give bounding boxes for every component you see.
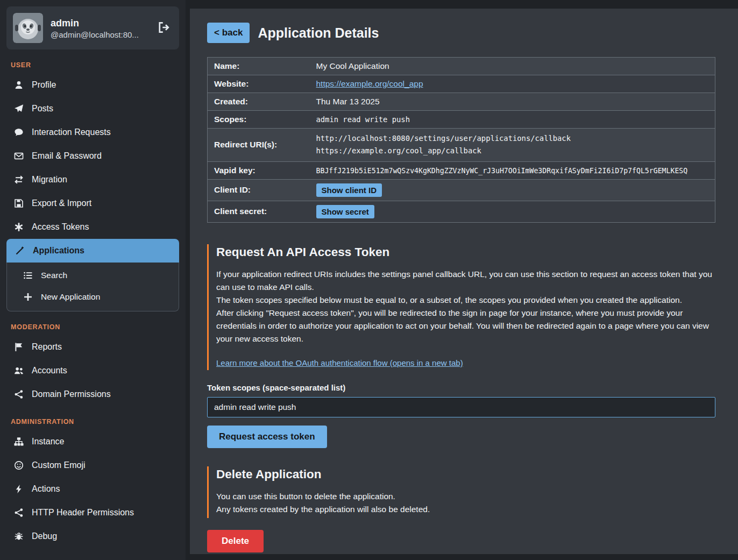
delete-button[interactable]: Delete xyxy=(207,530,264,552)
sidebar-item-access-tokens[interactable]: Access Tokens xyxy=(5,215,180,239)
user-name: admin xyxy=(51,17,139,30)
sidebar-item-new-application[interactable]: New Application xyxy=(7,286,179,308)
table-row-scopes: Scopes: admin read write push xyxy=(208,111,715,129)
sidebar-item-label: Profile xyxy=(32,79,56,91)
application-details-table: Name: My Cool Application Website: https… xyxy=(207,57,715,223)
sidebar-item-label: HTTP Header Permissions xyxy=(32,507,134,519)
bug-icon xyxy=(13,531,25,541)
sidebar-item-label: New Application xyxy=(41,291,100,303)
sidebar-item-instance[interactable]: Instance xyxy=(5,430,180,453)
exchange-icon xyxy=(13,175,25,185)
request-token-heading: Request An API Access Token xyxy=(216,245,715,259)
delete-heading: Delete Application xyxy=(216,467,715,481)
row-label: Scopes: xyxy=(208,111,310,129)
sidebar-item-label: Migration xyxy=(32,174,67,186)
sidebar-item-http-header-permissions[interactable]: HTTP Header Permissions xyxy=(5,501,180,524)
sidebar-item-label: Custom Emoji xyxy=(32,459,86,471)
sidebar-item-interaction-requests[interactable]: Interaction Requests xyxy=(5,120,180,144)
sidebar-item-posts[interactable]: Posts xyxy=(5,97,180,120)
token-scopes-input[interactable] xyxy=(207,397,715,417)
redirect-uri-1: http://localhost:8080/settings/user/appl… xyxy=(316,132,709,145)
sidebar-item-label: Applications xyxy=(33,245,84,257)
plus-icon xyxy=(22,292,34,302)
row-label: Website: xyxy=(208,75,310,93)
row-label: Vapid key: xyxy=(208,161,310,179)
delete-paragraph-2: Any tokens created by the application wi… xyxy=(216,503,715,516)
sitemap-icon xyxy=(13,437,25,446)
section-label-user: USER xyxy=(11,61,177,69)
paper-plane-icon xyxy=(13,104,25,114)
main-content: < back Application Details Name: My Cool… xyxy=(190,9,738,554)
save-icon xyxy=(13,199,25,208)
table-row-client-id: Client ID: Show client ID xyxy=(208,179,715,201)
app-name-value: My Cool Application xyxy=(316,61,389,70)
sidebar-item-label: Access Tokens xyxy=(32,221,89,233)
sidebar-item-label: Search xyxy=(41,270,67,281)
vapid-key-value: BBJffJ219b5iE512m7wQSzv4KgKDhgZZVzNyWC_r… xyxy=(316,167,688,175)
user-icon xyxy=(13,80,25,90)
request-access-token-button[interactable]: Request access token xyxy=(207,426,327,448)
table-row-client-secret: Client secret: Show secret xyxy=(208,201,715,222)
sidebar-item-email-password[interactable]: Email & Password xyxy=(5,144,180,168)
users-icon xyxy=(13,366,25,375)
request-token-section: Request An API Access Token If your appl… xyxy=(207,244,715,370)
oauth-docs-link[interactable]: Learn more about the OAuth authenticatio… xyxy=(216,358,463,367)
envelope-icon xyxy=(13,151,25,161)
request-token-paragraph-3: After clicking "Request access token", y… xyxy=(216,307,715,345)
sidebar-item-actions[interactable]: Actions xyxy=(5,477,180,501)
logout-button[interactable] xyxy=(155,19,173,38)
row-label: Client ID: xyxy=(208,179,310,201)
user-meta: admin @admin@localhost:80... xyxy=(51,17,139,39)
user-handle: @admin@localhost:80... xyxy=(51,30,139,39)
table-row-redirect-uris: Redirect URI(s): http://localhost:8080/s… xyxy=(208,129,715,162)
table-row-website: Website: https://example.org/cool_app xyxy=(208,75,715,93)
sidebar-item-applications-search[interactable]: Search xyxy=(7,265,179,286)
sidebar-item-export-import[interactable]: Export & Import xyxy=(5,192,180,215)
sidebar-item-migration[interactable]: Migration xyxy=(5,168,180,192)
delete-paragraph-1: You can use this button to delete the ap… xyxy=(216,490,715,503)
sidebar-item-label: Accounts xyxy=(32,365,67,377)
sidebar-item-applications[interactable]: Applications xyxy=(6,239,179,263)
show-secret-button[interactable]: Show secret xyxy=(316,205,374,218)
request-token-paragraph-2: The token scopes specified below must be… xyxy=(216,294,715,307)
token-scopes-label: Token scopes (space-separated list) xyxy=(207,383,715,392)
show-client-id-button[interactable]: Show client ID xyxy=(316,183,382,197)
sidebar-item-accounts[interactable]: Accounts xyxy=(5,359,180,382)
row-label: Redirect URI(s): xyxy=(208,129,310,162)
sidebar-item-profile[interactable]: Profile xyxy=(5,73,180,97)
row-label: Name: xyxy=(208,58,310,75)
section-label-administration: ADMINISTRATION xyxy=(11,418,177,426)
created-value: Thu Mar 13 2025 xyxy=(316,97,380,106)
sidebar-item-label: Interaction Requests xyxy=(32,126,111,138)
share-nodes-icon xyxy=(13,389,25,399)
sidebar-item-reports[interactable]: Reports xyxy=(5,335,180,359)
sidebar: admin @admin@localhost:80... USER Profil… xyxy=(0,0,186,560)
sidebar-item-label: Actions xyxy=(32,483,60,495)
sidebar-item-debug[interactable]: Debug xyxy=(5,524,180,548)
sidebar-item-label: Instance xyxy=(32,436,64,448)
sidebar-item-custom-emoji[interactable]: Custom Emoji xyxy=(5,453,180,477)
scopes-value: admin read write push xyxy=(316,115,410,124)
sidebar-item-label: Export & Import xyxy=(32,197,91,209)
smile-icon xyxy=(13,460,25,470)
bolt-icon xyxy=(13,484,25,494)
sidebar-item-domain-permissions[interactable]: Domain Permissions xyxy=(5,382,180,406)
user-card[interactable]: admin @admin@localhost:80... xyxy=(6,6,179,49)
logout-icon xyxy=(158,27,171,36)
website-link[interactable]: https://example.org/cool_app xyxy=(316,79,423,88)
redirect-uri-2: https://example.org/cool_app/callback xyxy=(316,145,709,157)
table-row-vapid-key: Vapid key: BBJffJ219b5iE512m7wQSzv4KgKDh… xyxy=(208,161,715,179)
avatar xyxy=(13,13,43,43)
delete-application-section: Delete Application You can use this butt… xyxy=(207,466,715,518)
back-button[interactable]: < back xyxy=(207,23,250,43)
sidebar-item-label: Debug xyxy=(32,530,57,542)
sidebar-item-label: Email & Password xyxy=(32,150,102,162)
request-token-paragraph-1: If your application redirect URIs includ… xyxy=(216,268,715,294)
table-row-name: Name: My Cool Application xyxy=(208,58,715,75)
list-icon xyxy=(22,271,34,280)
row-label: Client secret: xyxy=(208,201,310,222)
table-row-created: Created: Thu Mar 13 2025 xyxy=(208,93,715,111)
page-header: < back Application Details xyxy=(207,23,715,43)
network-icon xyxy=(13,508,25,518)
applications-subnav: Search New Application xyxy=(6,263,179,311)
